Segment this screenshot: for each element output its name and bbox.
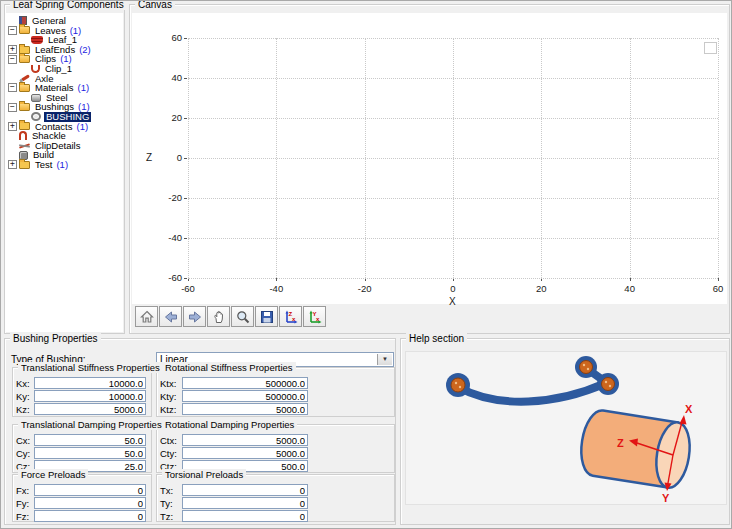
spring-eye-lower-right (597, 373, 619, 395)
z-tick-label: -20 (140, 192, 182, 203)
z-tick-label: 20 (140, 112, 182, 123)
collapse-icon[interactable]: − (8, 103, 17, 112)
group-translational-damping-properties: Translational Damping PropertiesCx:Cy:Cz… (12, 424, 152, 473)
tz-input[interactable] (182, 510, 308, 522)
expand-icon[interactable]: + (8, 160, 17, 169)
axes-zx-icon: Zx (283, 309, 299, 325)
collapse-icon[interactable]: − (8, 55, 17, 64)
field-row: Ctx: (159, 434, 392, 446)
x-arrowhead (680, 415, 687, 425)
fx-input[interactable] (34, 484, 146, 496)
expand-icon[interactable]: + (8, 122, 17, 131)
z-tick-label: 60 (140, 32, 182, 43)
leaf-spring-bushing-diagram: X Y Z (406, 352, 726, 504)
leaf-spring-components-panel: Leaf Spring Components General−Leaves(1)… (4, 4, 125, 334)
folder-open-icon (19, 55, 30, 63)
folder-open-icon (19, 103, 30, 111)
ktx-input[interactable] (182, 377, 308, 389)
z-tick-label: -40 (140, 232, 182, 243)
home-button[interactable] (135, 306, 158, 327)
kty-input[interactable] (182, 390, 308, 402)
chevron-down-icon[interactable]: ▼ (377, 354, 392, 365)
expand-icon[interactable]: + (8, 45, 17, 54)
kx-input[interactable] (34, 377, 146, 389)
y-axis-annotation: Y (662, 492, 670, 504)
tx-label: Tx: (159, 485, 180, 496)
x-tick-label: 20 (524, 283, 558, 294)
app-window: Leaf Spring Components General−Leaves(1)… (0, 0, 732, 529)
spring-eye-upper-right (575, 356, 597, 378)
view-yx-button[interactable]: Yx (303, 306, 326, 327)
fz-label: Fz: (15, 511, 32, 522)
fy-input[interactable] (34, 497, 146, 509)
leaf-icon (31, 36, 43, 44)
view-zx-button[interactable]: Zx (279, 306, 302, 327)
z-tick-label: -60 (140, 272, 182, 283)
tx-input[interactable] (182, 484, 308, 496)
ktz-input[interactable] (182, 403, 308, 415)
cy-input[interactable] (34, 447, 146, 459)
leaf-spring-band (458, 383, 606, 402)
y-axis-label: Z (146, 152, 152, 163)
forward-button[interactable] (183, 306, 206, 327)
clip-icon (31, 65, 40, 73)
folder-closed-icon (19, 161, 30, 169)
tree-item-clipdetails[interactable]: ClipDetails (6, 141, 123, 151)
z-axis-annotation: Z (617, 437, 624, 449)
zoom-button[interactable] (231, 306, 254, 327)
component-tree[interactable]: General−Leaves(1)Leaf_1+LeafEnds(2)−Clip… (6, 13, 123, 332)
cx-input[interactable] (34, 434, 146, 446)
field-row: Tx: (159, 484, 392, 496)
help-section-title: Help section (406, 333, 467, 344)
bushing-icon (31, 112, 41, 121)
bushing-panel-title: Bushing Properties (10, 333, 101, 344)
field-row: Cx: (15, 434, 149, 446)
field-row: Fz: (15, 510, 149, 522)
tree-item-test[interactable]: +Test(1) (6, 160, 123, 170)
field-row: Cty: (159, 447, 392, 459)
kty-label: Kty: (159, 391, 180, 402)
cx-label: Cx: (15, 435, 32, 446)
field-row: Fx: (15, 484, 149, 496)
tree-item-clip-1[interactable]: Clip_1 (6, 64, 123, 74)
zoom-magnifier-icon (235, 309, 251, 325)
cty-input[interactable] (182, 447, 308, 459)
cy-label: Cy: (15, 448, 32, 459)
item-count: (1) (78, 83, 90, 93)
x-tick-label: -60 (171, 283, 205, 294)
ctx-input[interactable] (182, 434, 308, 446)
pan-button[interactable] (207, 306, 230, 327)
collapse-icon[interactable]: − (8, 26, 17, 35)
plot-toolbar: ZxYx (135, 306, 326, 327)
pan-hand-icon (211, 309, 227, 325)
collapse-icon[interactable]: − (8, 83, 17, 92)
folder-open-icon (19, 26, 30, 34)
tree-item-label: Test (33, 160, 54, 170)
ky-input[interactable] (34, 390, 146, 402)
field-group-title: Translational Damping Properties (18, 419, 165, 430)
fx-label: Fx: (15, 485, 32, 496)
group-force-preloads: Force PreloadsFx:Fy:Fz: (12, 474, 152, 522)
field-group-title: Translational Stiffness Properties (18, 362, 163, 373)
group-translational-stiffness-properties: Translational Stiffness PropertiesKx:Ky:… (12, 367, 152, 417)
forward-arrow-icon (187, 309, 203, 325)
steel-icon (31, 94, 41, 102)
fz-input[interactable] (34, 510, 146, 522)
save-button[interactable] (255, 306, 278, 327)
z-tick-label: 40 (140, 72, 182, 83)
field-group-title: Rotational Stiffness Properties (162, 362, 296, 373)
x-tick-label: 40 (613, 283, 647, 294)
shackle-icon (19, 131, 27, 140)
x-axis-annotation: X (685, 403, 693, 415)
x-tick-label: 0 (436, 283, 470, 294)
tz-label: Tz: (159, 511, 180, 522)
kz-input[interactable] (34, 403, 146, 415)
canvas-title: Canvas (135, 0, 175, 10)
field-row: Cy: (15, 447, 149, 459)
save-floppy-icon (259, 309, 275, 325)
field-row: Ktx: (159, 377, 392, 389)
back-button[interactable] (159, 306, 182, 327)
field-row: Ky: (15, 390, 149, 402)
axes-yx-icon: Yx (307, 309, 323, 325)
ty-input[interactable] (182, 497, 308, 509)
